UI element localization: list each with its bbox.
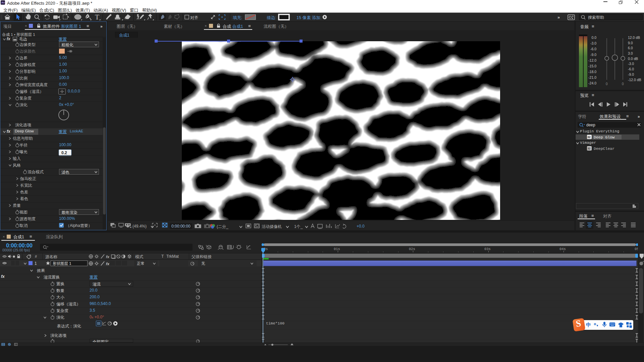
svg-text:T: T	[95, 13, 99, 21]
svg-text:fx: fx	[106, 255, 110, 259]
svg-text:fx: fx	[106, 262, 110, 266]
